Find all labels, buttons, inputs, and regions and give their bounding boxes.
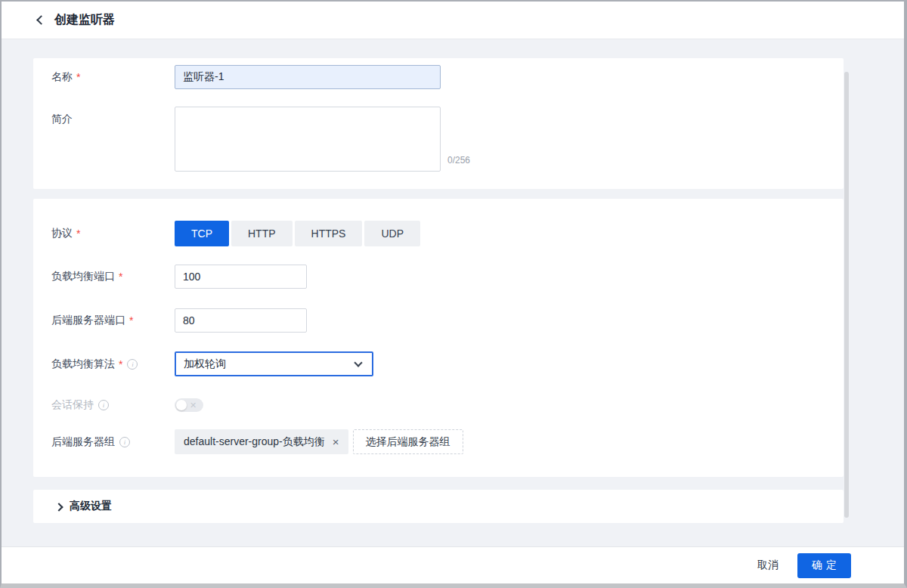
protocol-label: 协议 bbox=[51, 227, 73, 240]
protocol-option-https[interactable]: HTTPS bbox=[295, 221, 363, 246]
chevron-down-icon bbox=[354, 358, 362, 367]
page-title: 创建监听器 bbox=[54, 12, 115, 28]
info-icon: i bbox=[127, 359, 138, 370]
lb-port-label: 负载均衡端口 bbox=[51, 270, 115, 283]
algorithm-label: 负载均衡算法 bbox=[51, 357, 115, 371]
protocol-option-udp[interactable]: UDP bbox=[364, 221, 420, 246]
info-icon: i bbox=[98, 400, 109, 410]
name-label-group: 名称 * bbox=[33, 70, 175, 84]
algorithm-select[interactable]: 加权轮询 bbox=[175, 351, 373, 376]
choose-server-group-button[interactable]: 选择后端服务器组 bbox=[353, 429, 463, 454]
tag-remove-icon[interactable]: × bbox=[333, 436, 339, 447]
algorithm-label-group: 负载均衡算法 * i bbox=[33, 357, 175, 371]
confirm-button[interactable]: 确定 bbox=[797, 553, 851, 578]
name-input[interactable] bbox=[175, 65, 441, 89]
page-footer: 取消 确定 bbox=[2, 546, 904, 583]
protocol-label-group: 协议 * bbox=[33, 227, 175, 240]
advanced-settings-label: 高级设置 bbox=[70, 500, 112, 513]
lb-port-input[interactable] bbox=[175, 265, 307, 289]
back-icon[interactable] bbox=[36, 15, 46, 25]
page-header: 创建监听器 bbox=[2, 2, 904, 39]
chevron-right-icon bbox=[54, 503, 63, 511]
required-asterisk: * bbox=[129, 314, 133, 326]
description-textarea[interactable] bbox=[175, 107, 441, 172]
description-label-group: 简介 bbox=[33, 107, 175, 126]
basic-info-card: 名称 * 简介 0/256 bbox=[33, 58, 844, 189]
required-asterisk: * bbox=[119, 271, 122, 283]
server-group-row: 后端服务器组 i default-server-group-负载均衡 × 选择后… bbox=[33, 429, 844, 454]
required-asterisk: * bbox=[76, 227, 80, 240]
session-row: 会话保持 i ✕ bbox=[33, 398, 844, 412]
protocol-row: 协议 * TCP HTTP HTTPS UDP bbox=[33, 221, 844, 246]
protocol-option-http[interactable]: HTTP bbox=[231, 221, 293, 246]
description-field-wrap: 0/256 bbox=[175, 107, 470, 172]
server-group-label-group: 后端服务器组 i bbox=[33, 435, 175, 449]
required-asterisk: * bbox=[119, 358, 122, 370]
required-asterisk: * bbox=[76, 71, 80, 83]
listener-config-card: 协议 * TCP HTTP HTTPS UDP 负载均衡端口 * bbox=[33, 199, 844, 477]
description-row: 简介 0/256 bbox=[33, 107, 844, 172]
info-icon: i bbox=[119, 437, 130, 447]
algorithm-row: 负载均衡算法 * i 加权轮询 bbox=[33, 351, 844, 376]
algorithm-selected-value: 加权轮询 bbox=[184, 357, 226, 371]
backend-port-label-group: 后端服务器端口 * bbox=[33, 314, 175, 327]
cancel-button[interactable]: 取消 bbox=[757, 559, 779, 572]
session-label-group: 会话保持 i bbox=[33, 398, 175, 412]
advanced-settings-toggle[interactable]: 高级设置 bbox=[33, 490, 844, 523]
protocol-segmented-control: TCP HTTP HTTPS UDP bbox=[175, 221, 420, 246]
description-label: 简介 bbox=[51, 113, 73, 126]
backend-port-label: 后端服务器端口 bbox=[51, 314, 125, 327]
server-group-label: 后端服务器组 bbox=[51, 435, 115, 449]
server-group-tag: default-server-group-负载均衡 × bbox=[175, 429, 348, 454]
backend-port-input[interactable] bbox=[175, 308, 307, 333]
lb-port-row: 负载均衡端口 * bbox=[33, 265, 844, 289]
name-label: 名称 bbox=[51, 70, 73, 84]
protocol-option-tcp[interactable]: TCP bbox=[175, 221, 229, 246]
form-scroll-area: 名称 * 简介 0/256 协议 * bbox=[2, 39, 904, 546]
name-row: 名称 * bbox=[33, 65, 844, 89]
create-listener-page: 创建监听器 名称 * 简介 0/256 bbox=[0, 0, 907, 588]
session-label: 会话保持 bbox=[51, 398, 94, 412]
scrollbar-thumb[interactable] bbox=[844, 72, 849, 518]
toggle-knob bbox=[176, 400, 187, 410]
char-counter: 0/256 bbox=[447, 155, 470, 172]
session-toggle[interactable]: ✕ bbox=[175, 398, 203, 412]
backend-port-row: 后端服务器端口 * bbox=[33, 308, 844, 333]
server-group-tag-text: default-server-group-负载均衡 bbox=[184, 435, 325, 449]
lb-port-label-group: 负载均衡端口 * bbox=[33, 270, 175, 283]
toggle-off-icon: ✕ bbox=[190, 401, 197, 410]
